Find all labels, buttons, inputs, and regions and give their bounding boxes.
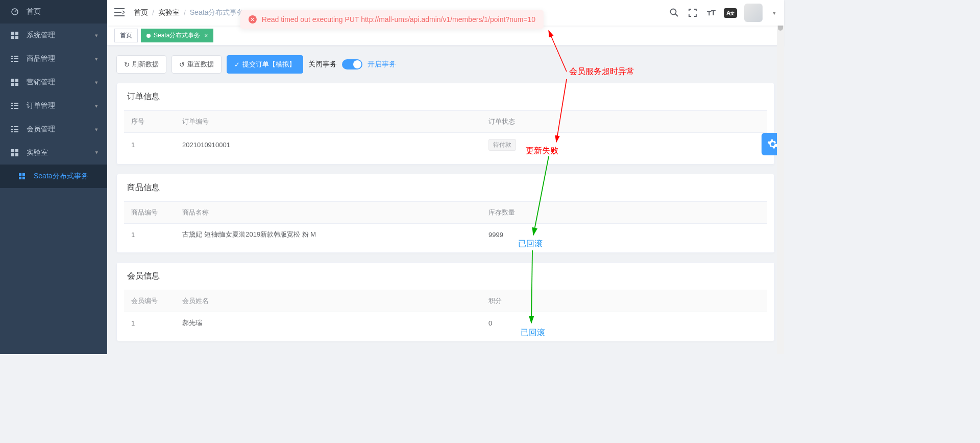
svg-rect-14 bbox=[15, 83, 18, 86]
svg-rect-23 bbox=[11, 129, 13, 130]
close-icon[interactable]: × bbox=[204, 32, 208, 39]
order-table: 序号 订单编号 订单状态 1 2021010910001 待付款 bbox=[124, 110, 767, 157]
active-dot-icon bbox=[146, 34, 151, 38]
svg-rect-31 bbox=[19, 173, 21, 176]
table-row: 1 古黛妃 短袖t恤女夏装2019新款韩版宽松 粉 M 9999 bbox=[124, 224, 767, 246]
list-icon bbox=[10, 56, 19, 62]
svg-rect-6 bbox=[14, 56, 18, 57]
list-icon bbox=[10, 126, 19, 132]
hamburger-icon[interactable] bbox=[114, 8, 126, 18]
sidebar-item-lab[interactable]: 实验室 ▴ bbox=[0, 141, 107, 165]
svg-rect-18 bbox=[14, 105, 18, 106]
sidebar-item-product[interactable]: 商品管理 ▾ bbox=[0, 47, 107, 71]
open-tx-label: 开启事务 bbox=[368, 60, 396, 69]
product-table: 商品编号 商品名称 库存数量 1 古黛妃 短袖t恤女夏装2019新款韩版宽松 粉… bbox=[124, 201, 767, 245]
svg-rect-13 bbox=[11, 83, 14, 86]
sidebar-item-system[interactable]: 系统管理 ▾ bbox=[0, 24, 107, 47]
svg-rect-25 bbox=[11, 131, 13, 132]
svg-rect-12 bbox=[15, 79, 18, 82]
sidebar-item-member[interactable]: 会员管理 ▾ bbox=[0, 118, 107, 141]
breadcrumb-lab[interactable]: 实验室 bbox=[158, 8, 180, 17]
breadcrumb-home[interactable]: 首页 bbox=[134, 8, 148, 17]
search-icon[interactable] bbox=[669, 7, 680, 18]
svg-rect-15 bbox=[11, 103, 13, 104]
svg-rect-4 bbox=[15, 36, 18, 39]
cell-stock: 9999 bbox=[481, 224, 767, 246]
cell-name: 郝先瑞 bbox=[175, 312, 481, 334]
fontsize-icon[interactable]: ᴛT bbox=[705, 7, 717, 18]
svg-rect-10 bbox=[14, 61, 18, 62]
col-id: 订单编号 bbox=[175, 111, 481, 133]
svg-rect-11 bbox=[11, 79, 14, 82]
dashboard-icon bbox=[10, 8, 19, 16]
breadcrumb-current: Seata分布式事务 bbox=[190, 8, 244, 17]
breadcrumb-sep: / bbox=[152, 9, 154, 17]
fullscreen-icon[interactable] bbox=[687, 7, 698, 18]
svg-rect-16 bbox=[14, 103, 18, 104]
error-alert: ✕ Read timed out executing PUT http://ma… bbox=[240, 10, 544, 29]
submit-button[interactable]: ✓提交订单【模拟】 bbox=[227, 55, 303, 74]
svg-rect-21 bbox=[11, 126, 13, 127]
reset-button[interactable]: ↺重置数据 bbox=[172, 55, 222, 74]
col-name: 商品名称 bbox=[175, 202, 481, 224]
svg-rect-30 bbox=[15, 153, 18, 156]
main: 首页 / 实验室 / Seata分布式事务 ᴛT A文 ▼ 首页 bbox=[107, 0, 784, 354]
svg-rect-20 bbox=[14, 108, 18, 109]
reset-icon: ↺ bbox=[179, 61, 185, 68]
chevron-down-icon: ▾ bbox=[95, 126, 98, 133]
grid-icon bbox=[10, 149, 19, 156]
status-badge: 待付款 bbox=[488, 139, 516, 151]
cell-status: 待付款 bbox=[481, 133, 767, 157]
language-icon[interactable]: A文 bbox=[724, 8, 737, 18]
table-row: 1 2021010910001 待付款 bbox=[124, 133, 767, 157]
chevron-down-icon: ▾ bbox=[95, 56, 98, 62]
sidebar-item-seata[interactable]: Seata分布式事务 bbox=[0, 165, 107, 188]
svg-rect-34 bbox=[22, 177, 25, 179]
sidebar-label: 订单管理 bbox=[27, 101, 55, 110]
tx-switch[interactable] bbox=[342, 59, 362, 69]
svg-rect-33 bbox=[19, 177, 21, 179]
error-icon: ✕ bbox=[249, 15, 257, 24]
col-status: 订单状态 bbox=[481, 111, 767, 133]
cell-id: 2021010910001 bbox=[175, 133, 481, 157]
avatar[interactable] bbox=[744, 4, 763, 22]
svg-rect-28 bbox=[15, 149, 18, 152]
sidebar-item-home[interactable]: 首页 bbox=[0, 0, 107, 24]
sidebar-item-marketing[interactable]: 营销管理 ▾ bbox=[0, 71, 107, 94]
tab-home[interactable]: 首页 bbox=[114, 29, 138, 42]
cell-name: 古黛妃 短袖t恤女夏装2019新款韩版宽松 粉 M bbox=[175, 224, 481, 246]
col-no: 商品编号 bbox=[124, 202, 175, 224]
sidebar-label: 首页 bbox=[27, 7, 41, 16]
svg-rect-26 bbox=[14, 131, 18, 132]
breadcrumb-sep: / bbox=[184, 9, 186, 17]
col-points: 积分 bbox=[481, 290, 767, 312]
sidebar-label: 营销管理 bbox=[27, 78, 55, 87]
sidebar-label: 商品管理 bbox=[27, 54, 55, 63]
svg-rect-3 bbox=[11, 36, 14, 39]
refresh-button[interactable]: ↻刷新数据 bbox=[116, 55, 166, 74]
chevron-down-icon: ▾ bbox=[95, 79, 98, 86]
svg-rect-32 bbox=[22, 173, 25, 176]
vertical-scrollbar[interactable] bbox=[777, 0, 784, 354]
close-tx-label: 关闭事务 bbox=[308, 60, 337, 69]
col-no: 序号 bbox=[124, 111, 175, 133]
tab-seata[interactable]: Seata分布式事务 × bbox=[141, 29, 213, 42]
member-table: 会员编号 会员姓名 积分 1 郝先瑞 0 bbox=[124, 290, 767, 334]
member-card: 会员信息 会员编号 会员姓名 积分 1 郝先瑞 0 bbox=[116, 262, 775, 341]
svg-rect-9 bbox=[11, 61, 13, 62]
caret-down-icon[interactable]: ▼ bbox=[772, 10, 777, 16]
sidebar-label: Seata分布式事务 bbox=[34, 172, 88, 181]
chevron-down-icon: ▾ bbox=[95, 32, 98, 39]
member-title: 会员信息 bbox=[117, 263, 774, 290]
col-name: 会员姓名 bbox=[175, 290, 481, 312]
grid-icon bbox=[17, 173, 27, 179]
check-icon: ✓ bbox=[234, 61, 240, 68]
svg-rect-19 bbox=[11, 108, 13, 109]
svg-rect-1 bbox=[11, 32, 14, 35]
sidebar-label: 系统管理 bbox=[27, 31, 55, 40]
content: ↻刷新数据 ↺重置数据 ✓提交订单【模拟】 关闭事务 开启事务 订单信息 序号 … bbox=[107, 46, 784, 354]
sidebar-item-order[interactable]: 订单管理 ▾ bbox=[0, 94, 107, 118]
chevron-up-icon: ▴ bbox=[95, 150, 98, 156]
svg-rect-7 bbox=[11, 58, 13, 59]
svg-rect-5 bbox=[11, 56, 13, 57]
